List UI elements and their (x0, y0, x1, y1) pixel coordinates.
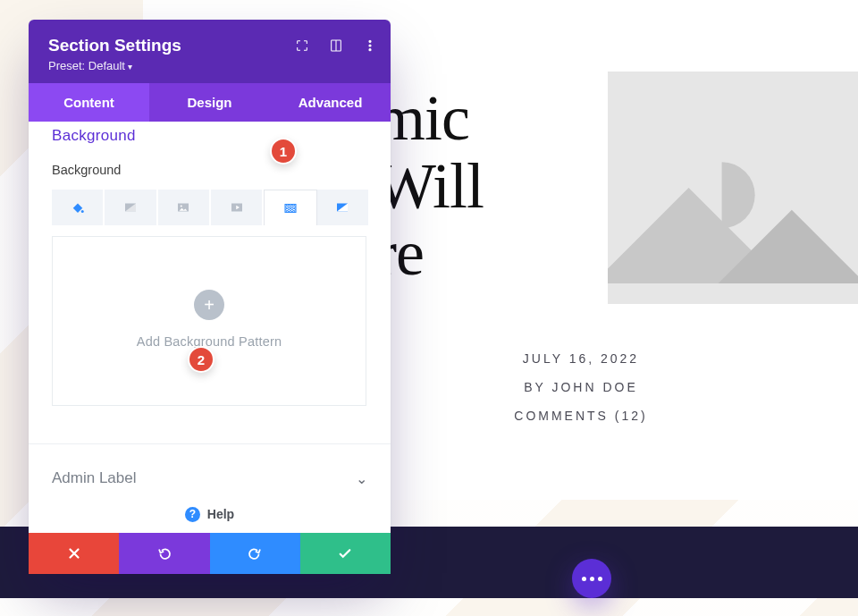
tab-content[interactable]: Content (29, 83, 149, 122)
chevron-down-icon: ⌄ (356, 470, 367, 487)
background-type-tabs (52, 190, 368, 225)
add-background-pattern-button[interactable]: + (194, 290, 224, 320)
undo-button[interactable] (119, 533, 209, 574)
bg-tab-gradient[interactable] (105, 190, 157, 225)
meta-author: BY JOHN DOE (447, 373, 715, 401)
tab-advanced[interactable]: Advanced (270, 83, 391, 122)
bg-tab-pattern[interactable] (264, 190, 316, 225)
bg-tab-video[interactable] (211, 190, 264, 225)
article-title-fragment: re (375, 220, 484, 288)
article-title-fragment: mic (375, 85, 484, 153)
redo-button[interactable] (210, 533, 300, 574)
accordion-background-header[interactable]: Background (52, 127, 136, 145)
admin-label-text: Admin Label (52, 469, 137, 487)
meta-date: JULY 16, 2022 (447, 344, 715, 373)
svg-point-5 (369, 49, 371, 51)
bg-tab-mask[interactable] (317, 190, 368, 225)
more-kebab-icon[interactable] (362, 38, 378, 54)
panel-header[interactable]: Section Settings Preset: Default (29, 20, 391, 83)
panel-action-bar (29, 533, 391, 574)
preset-dropdown[interactable]: Preset: Default (48, 59, 371, 72)
tab-design[interactable]: Design (149, 83, 270, 122)
svg-point-9 (181, 205, 182, 207)
expand-icon[interactable] (294, 38, 310, 54)
help-icon: ? (185, 507, 200, 522)
confirm-button[interactable] (300, 533, 391, 574)
annotation-badge-2: 2 (188, 346, 214, 373)
meta-comments: COMMENTS (12) (447, 401, 715, 430)
section-settings-panel: Section Settings Preset: Default Content… (29, 20, 391, 574)
featured-image-placeholder (608, 72, 858, 304)
article-title: mic Will re (375, 85, 484, 288)
cancel-button[interactable] (29, 533, 119, 574)
svg-point-6 (80, 210, 83, 213)
svg-point-3 (369, 40, 371, 42)
responsive-icon[interactable] (328, 38, 344, 54)
panel-body: Background Background (29, 122, 391, 533)
annotation-badge-1: 1 (270, 138, 297, 165)
article-title-fragment: Will (375, 153, 484, 221)
dot-icon (598, 577, 602, 581)
article-meta: JULY 16, 2022 BY JOHN DOE COMMENTS (12) (447, 344, 715, 431)
add-background-pattern-label: Add Background Pattern (137, 334, 282, 349)
help-label: Help (207, 507, 234, 521)
background-field-label: Background (52, 163, 121, 177)
bg-tab-image[interactable] (158, 190, 211, 225)
background-pattern-dropzone: + Add Background Pattern (52, 236, 366, 406)
help-row[interactable]: ? Help (29, 495, 391, 533)
svg-point-4 (369, 45, 371, 46)
builder-fab-button[interactable] (572, 559, 611, 598)
bg-tab-color[interactable] (52, 190, 105, 225)
dot-icon (590, 577, 594, 581)
panel-tabs: Content Design Advanced (29, 83, 391, 122)
dot-icon (582, 577, 586, 581)
